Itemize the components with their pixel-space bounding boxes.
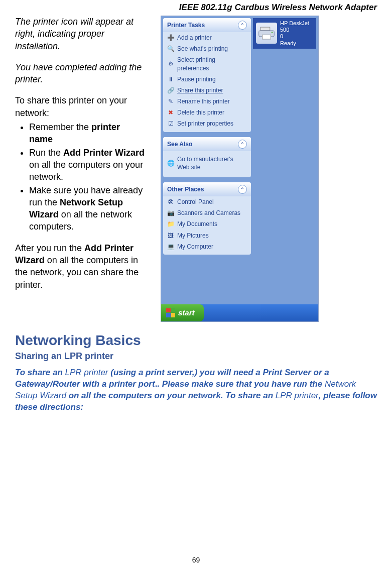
bullet-1: Remember the printer name — [29, 121, 146, 146]
networking-basics-heading: Networking Basics — [15, 331, 377, 350]
start-button[interactable]: start — [161, 304, 204, 321]
printer-status: Ready — [280, 40, 313, 47]
page-number: 69 — [0, 555, 392, 565]
other-places-title: Other Places — [167, 185, 204, 193]
printer-tasks-header[interactable]: Printer Tasks ⌃ — [163, 18, 251, 32]
collapse-icon[interactable]: ⌃ — [238, 21, 247, 30]
after-para: After you run the Add Printer Wizard on … — [15, 242, 146, 291]
other-places-section: Other Places ⌃ 🛠Control Panel 📷Scanners … — [163, 182, 251, 255]
instruction-text: The printer icon will appear at right, i… — [15, 16, 146, 322]
windows-flag-icon — [166, 308, 175, 317]
camera-icon: 📷 — [167, 209, 174, 216]
task-add-printer[interactable]: ➕Add a printer — [163, 32, 251, 43]
delete-icon: ✖ — [167, 109, 174, 116]
svg-rect-0 — [260, 27, 270, 31]
computer-icon: 💻 — [167, 243, 174, 250]
printer-selected[interactable]: HP DeskJet 500 0 Ready — [253, 18, 316, 49]
taskbar: start — [161, 304, 318, 321]
other-my-computer[interactable]: 💻My Computer — [163, 241, 251, 255]
share-icon: 🔗 — [167, 87, 174, 94]
task-delete[interactable]: ✖Delete this printer — [163, 107, 251, 118]
svg-point-3 — [272, 32, 273, 33]
other-places-header[interactable]: Other Places ⌃ — [163, 182, 251, 196]
collapse-icon[interactable]: ⌃ — [238, 185, 247, 194]
printer-line2: 0 — [280, 33, 313, 40]
see-also-header[interactable]: See Also ⌃ — [163, 137, 251, 151]
share-heading: To share this printer on your network: — [15, 94, 146, 119]
collapse-icon[interactable]: ⌃ — [238, 140, 247, 149]
see-also-title: See Also — [167, 140, 192, 148]
networking-basics-subheading: Sharing an LPR printer — [15, 350, 377, 362]
task-share[interactable]: 🔗Share this printer — [163, 85, 251, 96]
other-scanners-cameras[interactable]: 📷Scanners and Cameras — [163, 207, 251, 218]
share-bullets: Remember the printer name Run the Add Pr… — [15, 121, 146, 233]
task-select-prefs[interactable]: ⚙Select printing preferences — [163, 54, 251, 73]
add-icon: ➕ — [167, 34, 174, 41]
networking-basics-body: To share an LPR printer (using a print s… — [15, 367, 377, 413]
rename-icon: ✎ — [167, 98, 174, 105]
printer-name: HP DeskJet 500 — [280, 20, 313, 33]
bullet-3: Make sure you have already run the Netwo… — [29, 184, 146, 233]
xp-printers-window: HP DeskJet 500 0 Ready Printer Tasks ⌃ ➕… — [161, 16, 319, 322]
printer-icon — [256, 23, 277, 44]
intro-para-2: You have completed adding the printer. — [15, 61, 146, 86]
see-also-section: See Also ⌃ 🌐Go to manufacturer's Web sit… — [163, 137, 251, 177]
svg-rect-2 — [263, 35, 271, 40]
bullet-2: Run the Add Printer Wizard on all the co… — [29, 147, 146, 183]
intro-para-1: The printer icon will appear at right, i… — [15, 16, 146, 52]
other-my-pictures[interactable]: 🖼My Pictures — [163, 230, 251, 241]
printer-info: HP DeskJet 500 0 Ready — [280, 20, 313, 47]
see-also-manufacturer[interactable]: 🌐Go to manufacturer's Web site — [163, 151, 251, 177]
task-see-printing[interactable]: 🔍See what's printing — [163, 43, 251, 54]
task-properties[interactable]: ☑Set printer properties — [163, 118, 251, 132]
pictures-icon: 🖼 — [167, 232, 174, 239]
pause-icon: ⏸ — [167, 76, 174, 83]
task-pause[interactable]: ⏸Pause printing — [163, 74, 251, 85]
page-header: IEEE 802.11g Cardbus Wireless Network Ad… — [15, 0, 377, 16]
properties-icon: ☑ — [167, 121, 174, 128]
globe-icon: 🌐 — [167, 160, 174, 167]
search-icon: 🔍 — [167, 45, 174, 52]
gear-icon: ⚙ — [167, 61, 174, 68]
control-panel-icon: 🛠 — [167, 198, 174, 205]
start-label: start — [178, 308, 195, 318]
folder-icon: 📁 — [167, 220, 174, 227]
printer-tasks-title: Printer Tasks — [167, 21, 205, 29]
other-control-panel[interactable]: 🛠Control Panel — [163, 196, 251, 207]
printer-tasks-section: Printer Tasks ⌃ ➕Add a printer 🔍See what… — [163, 18, 251, 132]
task-rename[interactable]: ✎Rename this printer — [163, 96, 251, 107]
other-my-documents[interactable]: 📁My Documents — [163, 218, 251, 230]
